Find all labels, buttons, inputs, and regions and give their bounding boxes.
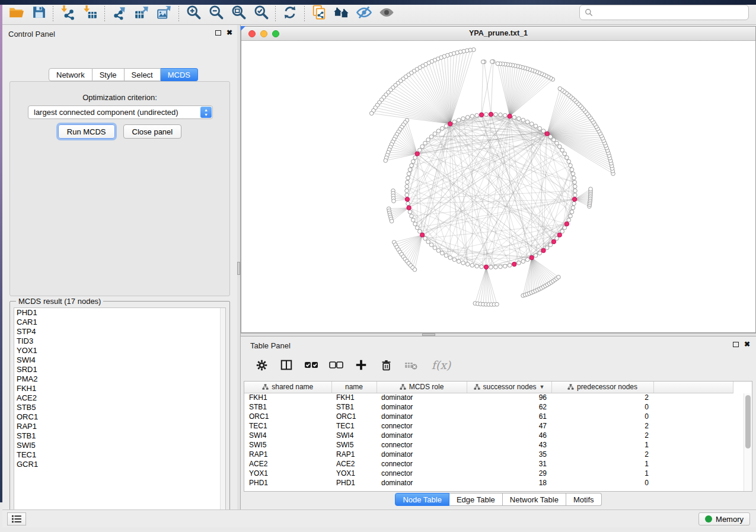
- close-panel-icon[interactable]: ✖: [227, 30, 232, 36]
- graph-node[interactable]: [573, 185, 578, 189]
- delete-table-icon[interactable]: [403, 357, 419, 373]
- close-panel-icon[interactable]: ✖: [744, 341, 750, 347]
- graph-node[interactable]: [508, 264, 512, 268]
- graph-hub-node[interactable]: [508, 114, 512, 118]
- search-input[interactable]: [596, 8, 744, 17]
- graph-node[interactable]: [573, 193, 578, 197]
- tab-select[interactable]: Select: [125, 68, 161, 81]
- add-column-icon[interactable]: [353, 357, 369, 373]
- memory-button[interactable]: Memory: [698, 512, 750, 525]
- graph-node[interactable]: [412, 159, 416, 164]
- close-panel-button[interactable]: Close panel: [123, 124, 182, 139]
- graph-node[interactable]: [444, 254, 448, 258]
- column-header-shared-name[interactable]: shared name: [244, 382, 331, 393]
- table-row-SWI5[interactable]: SWI5SWI5connector431: [244, 440, 733, 450]
- mcds-result-item[interactable]: YOX1: [14, 346, 225, 355]
- graph-node[interactable]: [558, 145, 562, 149]
- graph-hub-node[interactable]: [572, 197, 576, 201]
- graph-node[interactable]: [384, 159, 388, 163]
- graph-node[interactable]: [470, 114, 474, 118]
- graph-node[interactable]: [457, 118, 461, 123]
- mcds-result-item[interactable]: FKH1: [14, 384, 225, 393]
- table-row-PHD1[interactable]: PHD1PHD1dominator180: [244, 478, 733, 488]
- graph-node[interactable]: [567, 218, 571, 222]
- table-row-FKH1[interactable]: FKH1FKH1dominator962: [244, 393, 733, 402]
- graph-node[interactable]: [571, 206, 575, 210]
- run-mcds-button[interactable]: Run MCDS: [58, 124, 115, 139]
- graph-node[interactable]: [567, 159, 571, 164]
- graph-node[interactable]: [418, 148, 422, 152]
- graph-node[interactable]: [555, 141, 559, 145]
- graph-node[interactable]: [569, 164, 573, 168]
- graph-node[interactable]: [573, 189, 578, 193]
- graph-node[interactable]: [426, 138, 430, 142]
- graph-node[interactable]: [436, 249, 441, 253]
- graph-node[interactable]: [405, 185, 409, 189]
- tab-network[interactable]: Network: [49, 68, 92, 81]
- mcds-result-item[interactable]: PHD1: [14, 308, 225, 318]
- graph-node[interactable]: [499, 265, 503, 269]
- delete-columns-icon[interactable]: [378, 357, 394, 373]
- graph-node[interactable]: [484, 113, 489, 117]
- graph-node[interactable]: [433, 246, 437, 250]
- graph-node[interactable]: [444, 124, 448, 129]
- graph-hub-node[interactable]: [448, 121, 452, 126]
- graph-node[interactable]: [571, 172, 575, 176]
- graph-hub-node[interactable]: [512, 262, 516, 266]
- graph-node[interactable]: [557, 275, 561, 280]
- table-scrollbar-thumb[interactable]: [745, 395, 751, 448]
- tab-motifs[interactable]: Motifs: [566, 493, 602, 506]
- graph-hub-node[interactable]: [484, 265, 488, 269]
- graph-node[interactable]: [426, 240, 430, 244]
- float-panel-icon[interactable]: [733, 342, 739, 347]
- graph-node[interactable]: [565, 156, 569, 160]
- mcds-result-item[interactable]: SRD1: [14, 365, 225, 374]
- graph-node[interactable]: [452, 258, 457, 262]
- graph-hub-node[interactable]: [415, 152, 419, 156]
- graph-node[interactable]: [408, 168, 412, 172]
- table-row-ORC1[interactable]: ORC1ORC1dominator610: [244, 412, 733, 421]
- mcds-result-item[interactable]: TEC1: [14, 450, 225, 460]
- graph-hub-node[interactable]: [557, 233, 562, 237]
- graph-node[interactable]: [534, 254, 538, 258]
- graph-node[interactable]: [412, 218, 416, 222]
- graph-node[interactable]: [538, 127, 542, 131]
- graph-node[interactable]: [563, 226, 567, 230]
- graph-hub-node[interactable]: [479, 113, 483, 117]
- status-menu-button[interactable]: [7, 512, 26, 525]
- graph-node[interactable]: [503, 114, 508, 118]
- graph-node[interactable]: [521, 259, 525, 264]
- graph-node[interactable]: [390, 219, 394, 223]
- graph-node[interactable]: [589, 187, 593, 191]
- mcds-result-item[interactable]: ORC1: [14, 412, 225, 422]
- mcds-result-item[interactable]: SWI5: [14, 441, 225, 450]
- mcds-list-scrollbar[interactable]: [220, 308, 225, 515]
- graph-node[interactable]: [413, 222, 417, 226]
- graph-node[interactable]: [448, 256, 452, 260]
- graph-node[interactable]: [573, 180, 577, 184]
- graph-node[interactable]: [415, 226, 419, 230]
- graph-node[interactable]: [429, 135, 433, 139]
- graph-node[interactable]: [570, 168, 574, 172]
- graph-hub-node[interactable]: [529, 255, 534, 259]
- graph-node[interactable]: [558, 86, 562, 91]
- mcds-result-item[interactable]: STB1: [14, 431, 225, 441]
- column-header-successor-nodes[interactable]: successor nodes▼: [467, 382, 551, 393]
- graph-node[interactable]: [560, 229, 564, 233]
- graph-hub-node[interactable]: [551, 239, 556, 243]
- graph-node[interactable]: [560, 148, 564, 152]
- network-canvas[interactable]: [241, 41, 755, 332]
- graph-node[interactable]: [481, 60, 485, 64]
- search-box[interactable]: [579, 5, 749, 20]
- graph-node[interactable]: [552, 138, 556, 142]
- select-all-checkboxes-icon[interactable]: [304, 357, 319, 373]
- maximize-window-icon[interactable]: [272, 30, 279, 37]
- graph-node[interactable]: [572, 201, 576, 206]
- graph-node[interactable]: [548, 135, 553, 139]
- table-scrollbar[interactable]: [744, 393, 751, 491]
- table-row-YOX1[interactable]: YOX1YOX1connector291: [244, 469, 733, 478]
- graph-node[interactable]: [433, 132, 437, 136]
- graph-node[interactable]: [475, 114, 479, 118]
- table-settings-icon[interactable]: [254, 357, 269, 373]
- graph-node[interactable]: [495, 302, 499, 306]
